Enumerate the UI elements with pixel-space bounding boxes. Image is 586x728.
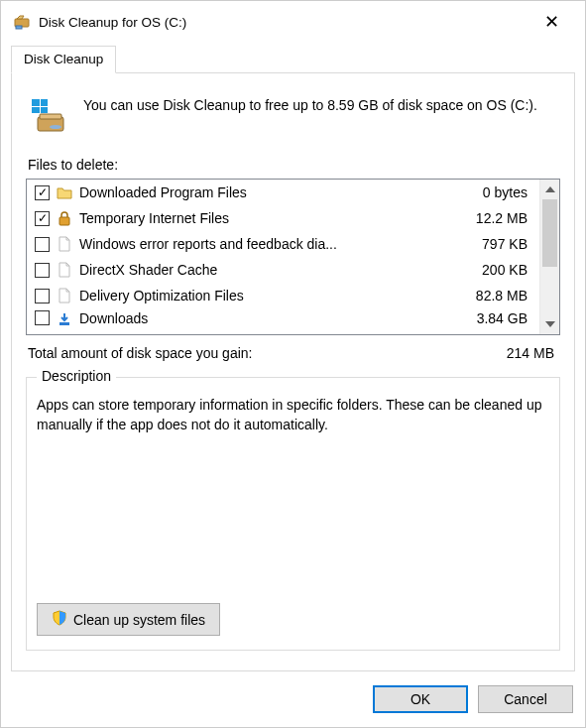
folder-icon — [56, 183, 73, 201]
checkbox[interactable] — [35, 310, 50, 325]
file-name: Temporary Internet Files — [79, 210, 458, 226]
svg-rect-4 — [40, 99, 41, 113]
file-size: 200 KB — [464, 262, 533, 278]
file-name: Downloads — [79, 310, 458, 326]
file-row[interactable]: Windows error reports and feedback dia..… — [27, 231, 539, 257]
titlebar: Disk Cleanup for OS (C:) ✕ — [1, 1, 585, 45]
checkbox[interactable]: ✓ — [35, 185, 50, 200]
checkbox[interactable]: ✓ — [35, 211, 50, 226]
description-text: Apps can store temporary information in … — [37, 396, 549, 589]
file-name: Downloaded Program Files — [79, 184, 458, 200]
scroll-down-icon[interactable] — [540, 314, 559, 334]
app-icon — [13, 13, 31, 31]
svg-rect-8 — [59, 217, 69, 225]
file-size: 82.8 MB — [464, 288, 533, 303]
scroll-thumb[interactable] — [542, 199, 557, 267]
file-size: 12.2 MB — [464, 210, 533, 226]
lock-icon — [56, 209, 73, 227]
checkbox[interactable] — [35, 237, 50, 252]
scrollbar[interactable] — [539, 180, 559, 334]
tab-disk-cleanup[interactable]: Disk Cleanup — [11, 46, 116, 73]
file-size: 0 bytes — [464, 184, 533, 200]
tab-strip: Disk Cleanup — [11, 46, 575, 73]
file-row[interactable]: ✓ Temporary Internet Files 12.2 MB — [27, 205, 539, 231]
total-label: Total amount of disk space you gain: — [28, 345, 252, 361]
file-row[interactable]: Delivery Optimization Files 82.8 MB — [27, 283, 539, 308]
window-title: Disk Cleanup for OS (C:) — [39, 15, 186, 30]
file-row[interactable]: ✓ Downloaded Program Files 0 bytes — [27, 180, 539, 205]
download-icon — [56, 310, 73, 328]
file-icon — [56, 261, 73, 279]
file-icon — [56, 235, 73, 253]
file-icon — [56, 287, 73, 304]
tab-panel: You can use Disk Cleanup to free up to 8… — [11, 72, 575, 671]
dialog-buttons: OK Cancel — [1, 685, 585, 727]
checkbox[interactable] — [35, 289, 50, 303]
ok-button[interactable]: OK — [373, 685, 468, 713]
file-row[interactable]: Downloads 3.84 GB — [27, 308, 539, 330]
svg-rect-1 — [16, 26, 22, 29]
file-name: DirectX Shader Cache — [79, 262, 458, 278]
intro-text: You can use Disk Cleanup to free up to 8… — [83, 95, 537, 135]
svg-point-7 — [50, 125, 61, 129]
cancel-button[interactable]: Cancel — [478, 685, 573, 713]
file-size: 3.84 GB — [464, 310, 533, 326]
disk-cleanup-window: Disk Cleanup for OS (C:) ✕ Disk Cleanup … — [0, 0, 586, 728]
description-legend: Description — [37, 368, 116, 384]
file-name: Delivery Optimization Files — [79, 288, 458, 303]
disk-cleanup-icon — [30, 95, 69, 135]
file-row[interactable]: DirectX Shader Cache 200 KB — [27, 257, 539, 283]
description-group: Description Apps can store temporary inf… — [26, 377, 560, 651]
file-name: Windows error reports and feedback dia..… — [79, 236, 458, 252]
total-value: 214 MB — [507, 345, 554, 361]
svg-rect-6 — [40, 114, 61, 119]
scroll-track[interactable] — [540, 199, 559, 314]
files-to-delete-label: Files to delete: — [26, 155, 560, 179]
file-list: ✓ Downloaded Program Files 0 bytes ✓ Tem… — [26, 179, 560, 335]
file-size: 797 KB — [464, 236, 533, 252]
cleanup-system-files-button[interactable]: Clean up system files — [37, 603, 220, 636]
checkbox[interactable] — [35, 263, 50, 278]
cleanup-button-label: Clean up system files — [73, 612, 205, 628]
svg-rect-9 — [59, 322, 69, 325]
shield-icon — [52, 610, 67, 629]
close-button[interactable]: ✕ — [532, 9, 571, 35]
intro-row: You can use Disk Cleanup to free up to 8… — [26, 89, 560, 155]
scroll-up-icon[interactable] — [540, 180, 559, 199]
